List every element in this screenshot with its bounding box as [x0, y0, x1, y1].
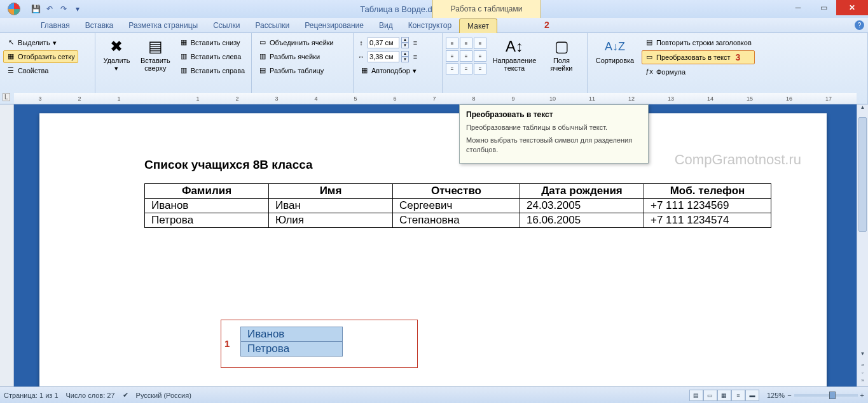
scroll-down-icon[interactable]: ▼: [857, 351, 868, 361]
zoom-control: 125% − +: [767, 392, 864, 399]
cell-margins-button[interactable]: ▢Поля ячейки: [542, 35, 581, 72]
print-layout-view[interactable]: ▤: [689, 390, 703, 401]
table-row: ИвановИванСергеевич24.03.2005+7 111 1234…: [145, 199, 771, 213]
col-width-field[interactable]: ↔▲▼≡: [357, 51, 420, 62]
close-button[interactable]: ✕: [836, 0, 868, 15]
convert-to-text-button[interactable]: ▭Преобразовать в текст3: [642, 50, 755, 64]
formula-icon: ƒx: [645, 67, 654, 76]
tab-insert[interactable]: Вставка: [78, 18, 121, 32]
selected-cell[interactable]: Иванов: [241, 327, 343, 342]
tab-references[interactable]: Ссылки: [205, 18, 247, 32]
align-tl[interactable]: ≡: [446, 38, 458, 49]
repeat-headers-button[interactable]: ▤Повторить строки заголовков: [642, 36, 755, 49]
properties-button[interactable]: ☰Свойства: [3, 64, 78, 77]
status-language[interactable]: Русский (Россия): [136, 392, 191, 399]
callout-3: 3: [736, 52, 741, 62]
insert-left-button[interactable]: ▥Вставить слева: [176, 50, 248, 63]
outline-view[interactable]: ≡: [731, 390, 745, 401]
document-area: 3211234567891011121314151617 CompGramotn…: [0, 104, 868, 386]
callout-2: 2: [544, 20, 549, 30]
align-tr[interactable]: ≡: [474, 38, 486, 49]
maximize-button[interactable]: ▭: [811, 0, 836, 15]
insert-below-button[interactable]: ▦Вставить снизу: [176, 36, 248, 49]
align-ml[interactable]: ≡: [446, 50, 458, 62]
redo-icon[interactable]: ↷: [59, 4, 69, 14]
page[interactable]: CompGramotnost.ru Список учащихся 8В кла…: [39, 113, 827, 403]
selected-table[interactable]: Иванов Петрова: [240, 327, 343, 357]
vertical-ruler[interactable]: [0, 104, 14, 386]
distribute-cols-icon[interactable]: ≡: [411, 53, 420, 60]
sort-button[interactable]: A↓ZСортировка: [591, 35, 639, 64]
merge-icon: ▭: [258, 38, 267, 47]
alignment-grid: ≡≡≡ ≡≡≡ ≡≡≡: [446, 35, 486, 74]
help-icon[interactable]: ?: [855, 20, 864, 30]
tab-home[interactable]: Главная: [33, 18, 78, 32]
show-grid-button[interactable]: ▦Отобразить сетку: [3, 50, 78, 63]
fullscreen-view[interactable]: ▭: [703, 390, 717, 401]
split-table-icon: ▤: [258, 66, 267, 75]
ribbon-tabs: Главная Вставка Разметка страницы Ссылки…: [0, 18, 868, 33]
tooltip-text: Можно выбрать текстовый символ для разде…: [466, 136, 642, 154]
select-button[interactable]: ↖Выделить ▾: [3, 36, 78, 49]
save-icon[interactable]: 💾: [31, 4, 41, 14]
align-bl[interactable]: ≡: [446, 63, 458, 74]
title-bar: 💾 ↶ ↷ ▾ Таблица в Ворде.docx - Microsoft…: [0, 0, 868, 18]
split-table-button[interactable]: ▤Разбить таблицу: [255, 64, 337, 77]
horizontal-ruler[interactable]: 3211234567891011121314151617: [14, 93, 857, 104]
split-cells-button[interactable]: ▥Разбить ячейки: [255, 50, 337, 63]
insert-above-icon: ▤: [145, 36, 165, 57]
students-table[interactable]: Фамилия Имя Отчество Дата рождения Моб. …: [144, 183, 771, 228]
tooltip-title: Преобразовать в текст: [466, 110, 642, 119]
formula-button[interactable]: ƒxФормула: [642, 66, 755, 78]
tab-mailings[interactable]: Рассылки: [247, 18, 297, 32]
autofit-icon: ▦: [360, 66, 369, 75]
insert-right-button[interactable]: ▥Вставить справа: [176, 64, 248, 77]
grid-icon: ▦: [6, 52, 15, 61]
zoom-slider[interactable]: [794, 394, 858, 397]
distribute-rows-icon[interactable]: ≡: [411, 39, 420, 46]
vertical-scrollbar[interactable]: ▲ ▼ « ◦ »: [857, 104, 868, 386]
zoom-out-icon[interactable]: −: [787, 392, 791, 399]
scroll-thumb[interactable]: [858, 117, 867, 232]
table-header-row: Фамилия Имя Отчество Дата рождения Моб. …: [145, 184, 771, 199]
tab-design[interactable]: Конструктор: [401, 18, 459, 32]
office-button[interactable]: [0, 0, 28, 18]
split-cells-icon: ▥: [258, 52, 267, 61]
tooltip-text: Преобразование таблицы в обычный текст.: [466, 123, 642, 132]
tab-page-layout[interactable]: Разметка страницы: [121, 18, 205, 32]
delete-button[interactable]: ✖Удалить▾: [99, 35, 135, 73]
prev-page-icon[interactable]: «: [858, 362, 867, 370]
text-direction-button[interactable]: A↕Направление текста: [489, 35, 540, 72]
selected-cell[interactable]: Петрова: [241, 342, 343, 357]
autofit-button[interactable]: ▦Автоподбор ▾: [357, 64, 420, 77]
tab-layout[interactable]: Макет: [459, 18, 497, 33]
undo-icon[interactable]: ↶: [45, 4, 55, 14]
insert-above-button[interactable]: ▤Вставить сверху: [137, 35, 174, 72]
status-words[interactable]: Число слов: 27: [66, 392, 115, 399]
align-mc[interactable]: ≡: [460, 50, 472, 62]
tab-review[interactable]: Рецензирование: [297, 18, 371, 32]
zoom-in-icon[interactable]: +: [860, 392, 864, 399]
align-tc[interactable]: ≡: [460, 38, 472, 49]
delete-icon: ✖: [106, 36, 127, 57]
align-mr[interactable]: ≡: [474, 50, 486, 62]
align-br[interactable]: ≡: [474, 63, 486, 74]
merge-cells-button[interactable]: ▭Объединить ячейки: [255, 36, 337, 49]
browse-object-icon[interactable]: ◦: [858, 370, 867, 378]
next-page-icon[interactable]: »: [858, 378, 867, 385]
row-height-field[interactable]: ↕▲▼≡: [357, 37, 420, 48]
scroll-up-icon[interactable]: ▲: [857, 104, 868, 115]
minimize-button[interactable]: ─: [785, 0, 811, 15]
width-icon: ↔: [357, 53, 366, 60]
insert-below-icon: ▦: [179, 38, 188, 47]
align-bc[interactable]: ≡: [460, 63, 472, 74]
status-bar: Страница: 1 из 1 Число слов: 27 ✔ Русски…: [0, 386, 868, 403]
qat-dropdown-icon[interactable]: ▾: [72, 4, 83, 14]
zoom-level[interactable]: 125%: [767, 392, 785, 399]
status-page[interactable]: Страница: 1 из 1: [4, 392, 59, 399]
proofing-icon[interactable]: ✔: [123, 391, 128, 399]
tab-view[interactable]: Вид: [371, 18, 401, 32]
cell-margins-icon: ▢: [551, 36, 572, 57]
draft-view[interactable]: ▬: [745, 390, 759, 401]
web-view[interactable]: ▦: [717, 390, 731, 401]
